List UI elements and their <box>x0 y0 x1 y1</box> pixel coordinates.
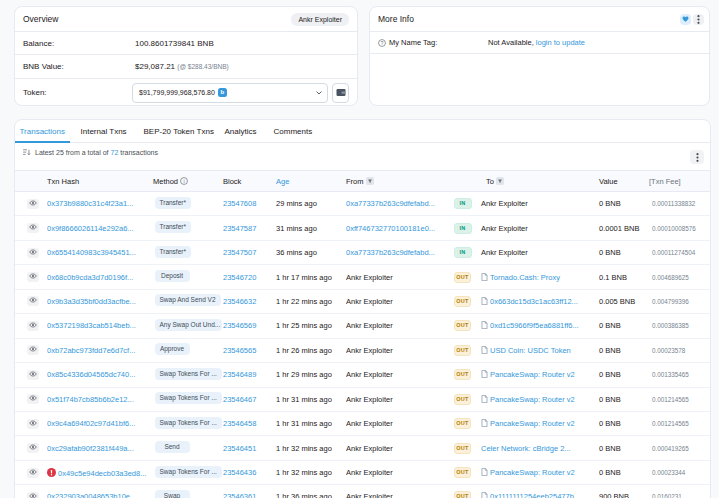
svg-text:?: ? <box>381 39 384 45</box>
svg-text:i: i <box>184 177 185 183</box>
